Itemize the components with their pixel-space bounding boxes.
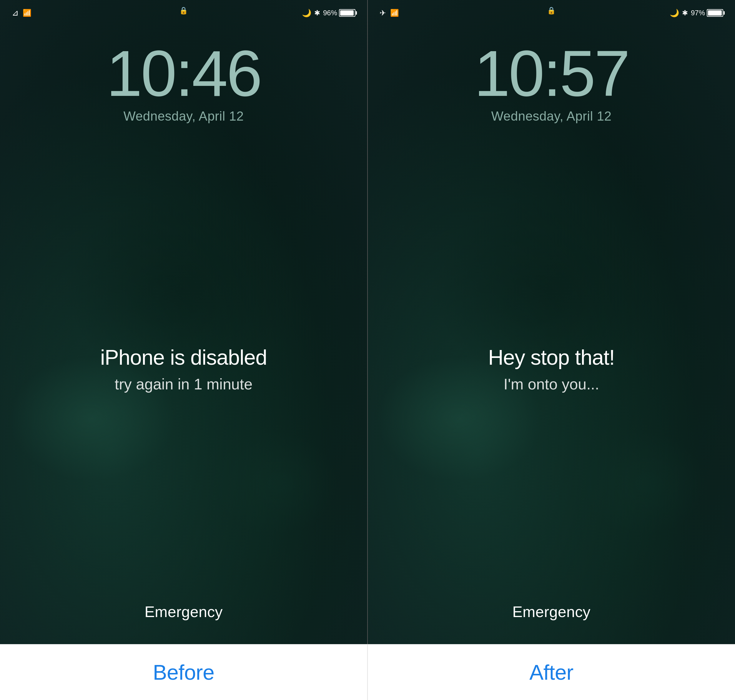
caption-after: After bbox=[368, 644, 735, 700]
wifi-icon: ⊿ bbox=[12, 9, 19, 17]
battery-left: 96% bbox=[323, 9, 355, 17]
phone-after: ✈ 📶 🔒 🌙 ✱ 97% 10:57 Wednes bbox=[368, 0, 735, 644]
emergency-button-right[interactable]: Emergency bbox=[512, 603, 591, 621]
message-section-right: Hey stop that! I'm onto you... bbox=[368, 135, 735, 603]
emergency-button-left[interactable]: Emergency bbox=[144, 603, 223, 621]
time-left: 10:46 bbox=[12, 41, 355, 106]
date-right: Wednesday, April 12 bbox=[380, 109, 723, 124]
emergency-section-left: Emergency bbox=[0, 603, 367, 644]
time-section-left: 10:46 Wednesday, April 12 bbox=[0, 41, 367, 124]
battery-fill-left bbox=[340, 10, 354, 16]
wifi-icon-right: 📶 bbox=[390, 9, 399, 16]
battery-bar-left bbox=[339, 9, 355, 17]
battery-percent-left: 96% bbox=[323, 9, 337, 17]
bluetooth-icon-right: ✱ bbox=[682, 9, 688, 16]
message-title-left: iPhone is disabled bbox=[100, 345, 267, 369]
phone-content-left: ⊿ 📶 🔒 🌙 ✱ 96% 10:46 Wednes bbox=[0, 0, 367, 644]
airplane-icon: ✈ bbox=[380, 9, 386, 17]
date-left: Wednesday, April 12 bbox=[12, 109, 355, 124]
time-right: 10:57 bbox=[380, 41, 723, 106]
battery-bar-right bbox=[707, 9, 723, 17]
message-section-left: iPhone is disabled try again in 1 minute bbox=[0, 135, 367, 603]
caption-before: Before bbox=[0, 644, 367, 700]
moon-icon-right: 🌙 bbox=[670, 9, 679, 17]
before-label: Before bbox=[153, 660, 214, 684]
battery-fill-right bbox=[708, 10, 722, 16]
bluetooth-icon-left: ✱ bbox=[314, 9, 320, 16]
phone-before: ⊿ 📶 🔒 🌙 ✱ 96% 10:46 Wednes bbox=[0, 0, 368, 644]
message-title-right: Hey stop that! bbox=[488, 345, 615, 369]
emergency-section-right: Emergency bbox=[368, 603, 735, 644]
status-right-icons-left: 🌙 ✱ 96% bbox=[302, 9, 355, 17]
phone-content-right: ✈ 📶 🔒 🌙 ✱ 97% 10:57 Wednes bbox=[368, 0, 735, 644]
status-bar-right: ✈ 📶 🔒 🌙 ✱ 97% bbox=[368, 0, 735, 24]
status-right-left-icons: ✈ 📶 bbox=[380, 9, 399, 17]
caption-row: Before After bbox=[0, 644, 735, 700]
phones-container: ⊿ 📶 🔒 🌙 ✱ 96% 10:46 Wednes bbox=[0, 0, 735, 644]
wifi-bars-icon: 📶 bbox=[23, 9, 31, 16]
message-subtitle-left: try again in 1 minute bbox=[115, 375, 252, 393]
battery-percent-right: 97% bbox=[691, 9, 705, 17]
lock-icon-left: 🔒 bbox=[179, 6, 188, 15]
moon-icon-left: 🌙 bbox=[302, 9, 311, 17]
after-label: After bbox=[529, 660, 573, 684]
status-left-icons: ⊿ 📶 bbox=[12, 9, 31, 17]
status-bar-left: ⊿ 📶 🔒 🌙 ✱ 96% bbox=[0, 0, 367, 24]
time-section-right: 10:57 Wednesday, April 12 bbox=[368, 41, 735, 124]
message-subtitle-right: I'm onto you... bbox=[504, 375, 599, 393]
status-right-icons-right: 🌙 ✱ 97% bbox=[670, 9, 723, 17]
lock-icon-right: 🔒 bbox=[547, 6, 556, 15]
battery-right: 97% bbox=[691, 9, 723, 17]
